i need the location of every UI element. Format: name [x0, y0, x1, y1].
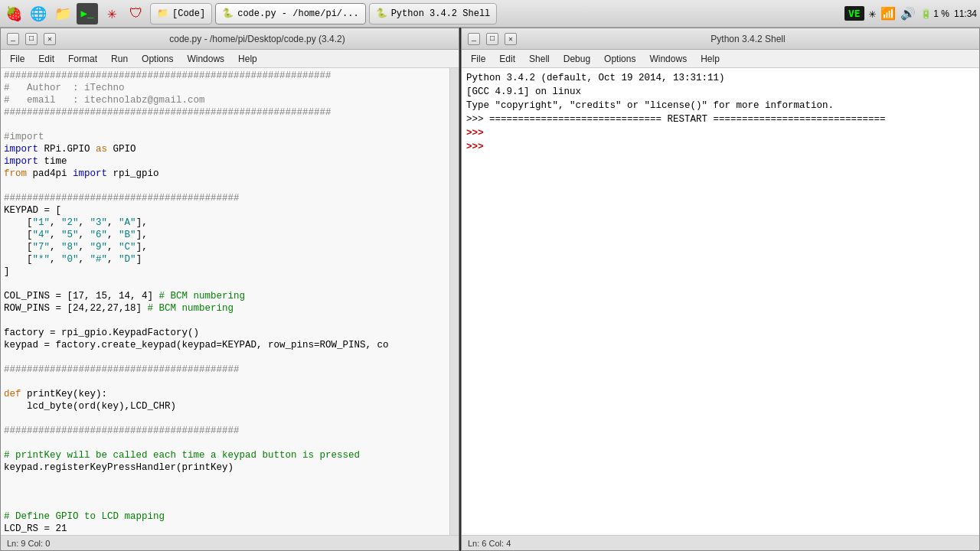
shell-menu-file[interactable]: File	[465, 52, 492, 66]
editor-close-btn[interactable]: ✕	[44, 33, 56, 45]
shell-minimize-btn[interactable]: _	[468, 33, 480, 45]
raspberry-icon[interactable]: 🍓	[3, 3, 24, 24]
folder-small-icon: 📁	[157, 8, 168, 19]
shell-title: Python 3.4.2 Shell	[523, 34, 973, 44]
volume-icon[interactable]: 🔊	[900, 6, 916, 21]
shell-line-3: Type "copyright", "credits" or "license(…	[466, 99, 975, 112]
menu-file[interactable]: File	[4, 52, 31, 66]
editor-tab[interactable]: 🐍 code.py - /home/pi/...	[215, 3, 365, 24]
python-editor-icon: 🐍	[222, 8, 234, 19]
bluetooth-icon[interactable]: ✳	[869, 6, 877, 21]
editor-window: _ □ ✕ code.py - /home/pi/Desktop/code.py…	[0, 28, 459, 551]
battery-icon: 🔋	[920, 8, 932, 19]
shell-prompt-2: >>>	[466, 140, 975, 154]
battery-level: 1 %	[933, 8, 949, 19]
wifi-icon[interactable]: 📶	[880, 6, 896, 21]
shell-close-btn[interactable]: ✕	[505, 33, 517, 45]
menu-windows[interactable]: Windows	[181, 52, 230, 66]
shell-window: _ □ ✕ Python 3.4.2 Shell File Edit Shell…	[461, 28, 980, 551]
shell-restart-line: >>> ============================== RESTA…	[466, 112, 975, 126]
code-folder-btn[interactable]: 📁 [Code]	[150, 3, 212, 24]
globe-icon[interactable]: 🌐	[28, 3, 49, 24]
editor-titlebar: _ □ ✕ code.py - /home/pi/Desktop/code.py…	[1, 28, 459, 50]
ve-icon[interactable]: VE	[844, 6, 864, 21]
editor-body: ########################################…	[1, 68, 459, 535]
shell-maximize-btn[interactable]: □	[486, 33, 498, 45]
shell-line-2: [GCC 4.9.1] on linux	[466, 85, 975, 99]
editor-title: code.py - /home/pi/Desktop/code.py (3.4.…	[62, 34, 452, 44]
editor-tab-label: code.py - /home/pi/...	[237, 8, 358, 19]
shell-line-1: Python 3.4.2 (default, Oct 19 2014, 13:3…	[466, 71, 975, 85]
terminal-icon[interactable]: ▶_	[77, 3, 98, 24]
python-shell-icon: 🐍	[376, 8, 387, 19]
clock: 11:34	[954, 8, 977, 19]
system-tray: VE ✳ 📶 🔊 🔋 1 % 11:34	[844, 6, 977, 21]
shell-menu-windows[interactable]: Windows	[643, 52, 693, 66]
shell-menu-debug[interactable]: Debug	[557, 52, 596, 66]
editor-scrollbar[interactable]	[449, 68, 459, 535]
shell-prompt-1: >>>	[466, 126, 975, 140]
shell-status-bar: Ln: 6 Col: 4	[462, 535, 979, 550]
shell-tab-label: Python 3.4.2 Shell	[391, 8, 491, 19]
shell-menu-edit[interactable]: Edit	[493, 52, 521, 66]
editor-maximize-btn[interactable]: □	[25, 33, 38, 45]
taskbar: 🍓 🌐 📁 ▶_ ✳ 🛡 📁 [Code] 🐍 code.py - /home/…	[0, 0, 980, 28]
shell-menu-shell[interactable]: Shell	[523, 52, 556, 66]
battery-indicator: 🔋 1 %	[920, 8, 949, 19]
shell-menu-options[interactable]: Options	[598, 52, 642, 66]
shell-menu-bar: File Edit Shell Debug Options Windows He…	[462, 50, 979, 68]
shell-tab[interactable]: 🐍 Python 3.4.2 Shell	[369, 3, 498, 24]
shell-titlebar: _ □ ✕ Python 3.4.2 Shell	[462, 28, 979, 50]
code-content[interactable]: ########################################…	[1, 68, 449, 535]
shell-menu-help[interactable]: Help	[694, 52, 726, 66]
menu-run[interactable]: Run	[105, 52, 134, 66]
antivirus-icon[interactable]: 🛡	[126, 3, 147, 24]
menu-help[interactable]: Help	[232, 52, 263, 66]
menu-edit[interactable]: Edit	[32, 52, 60, 66]
shell-cursor-pos: Ln: 6 Col: 4	[468, 539, 511, 548]
folder-icon[interactable]: 📁	[52, 3, 74, 24]
main-area: _ □ ✕ code.py - /home/pi/Desktop/code.py…	[0, 28, 980, 551]
editor-cursor-pos: Ln: 9 Col: 0	[7, 539, 50, 548]
code-folder-label: [Code]	[172, 8, 205, 19]
editor-status-bar: Ln: 9 Col: 0	[1, 535, 459, 550]
editor-minimize-btn[interactable]: _	[7, 33, 19, 45]
editor-menu-bar: File Edit Format Run Options Windows Hel…	[1, 50, 459, 68]
shell-output[interactable]: Python 3.4.2 (default, Oct 19 2014, 13:3…	[462, 68, 979, 535]
menu-format[interactable]: Format	[62, 52, 103, 66]
menu-options[interactable]: Options	[136, 52, 179, 66]
starburst-icon[interactable]: ✳	[101, 3, 122, 24]
